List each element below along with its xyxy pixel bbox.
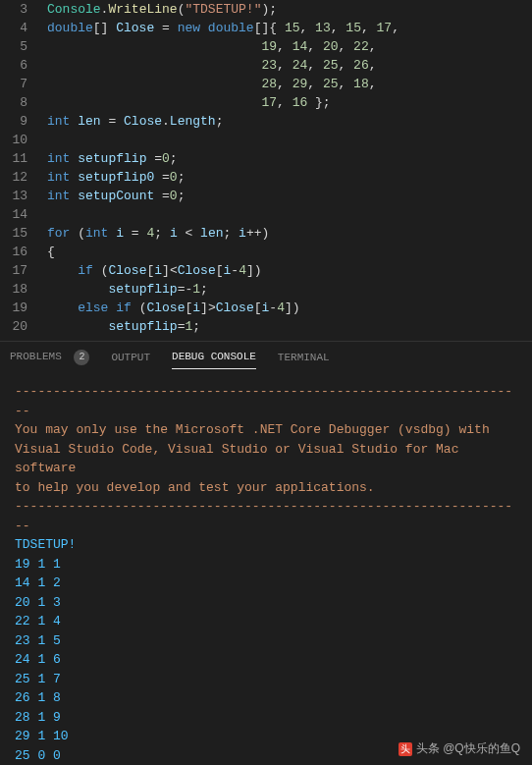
code-line[interactable]	[47, 131, 532, 149]
line-gutter: 34567891011121314151617181920	[0, 0, 39, 341]
tab-problems[interactable]: PROBLEMS 2	[10, 344, 89, 371]
code-line[interactable]	[47, 205, 532, 224]
tab-output[interactable]: OUTPUT	[111, 346, 150, 369]
console-output-line: 25 1 7	[15, 670, 517, 689]
line-number: 15	[0, 224, 27, 243]
code-line[interactable]: {	[47, 243, 532, 261]
line-number: 19	[0, 299, 27, 317]
code-line[interactable]: double[] Close = new double[]{ 15, 13, 1…	[47, 19, 532, 37]
line-number: 10	[0, 131, 27, 149]
line-number: 3	[0, 0, 27, 19]
panel-tabs: PROBLEMS 2 OUTPUT DEBUG CONSOLE TERMINAL	[0, 341, 532, 372]
line-number: 18	[0, 280, 27, 299]
code-line[interactable]: setupflip=1;	[47, 317, 532, 336]
line-number: 17	[0, 261, 27, 280]
console-output-line: 28 1 9	[15, 708, 517, 728]
console-divider: ----------------------------------------…	[15, 497, 517, 535]
line-number: 12	[0, 168, 27, 187]
line-number: 7	[0, 75, 27, 93]
line-number: 16	[0, 243, 27, 261]
tab-debug-console[interactable]: DEBUG CONSOLE	[172, 345, 256, 369]
code-line[interactable]: else if (Close[i]>Close[i-4])	[47, 299, 532, 317]
code-line[interactable]: setupflip=-1;	[47, 280, 532, 299]
line-number: 14	[0, 205, 27, 224]
code-line[interactable]: int setupflip =0;	[47, 149, 532, 168]
line-number: 6	[0, 56, 27, 75]
console-output-line: 23 1 5	[15, 631, 517, 651]
line-number: 4	[0, 19, 27, 37]
console-output-line: TDSETUP!	[15, 535, 517, 555]
code-line[interactable]: 19, 14, 20, 22,	[47, 37, 532, 56]
console-message: to help you develop and test your applic…	[15, 478, 517, 498]
console-output-line: 24 1 6	[15, 650, 517, 670]
code-editor[interactable]: 34567891011121314151617181920 Console.Wr…	[0, 0, 532, 341]
watermark-text: 头条 @Q快乐的鱼Q	[416, 741, 520, 755]
console-output-line: 20 1 3	[15, 593, 517, 613]
line-number: 11	[0, 149, 27, 168]
code-line[interactable]: Console.WriteLine("TDSETUP!");	[47, 0, 532, 19]
code-line[interactable]: for (int i = 4; i < len; i++)	[47, 224, 532, 243]
watermark: 头头条 @Q快乐的鱼Q	[399, 740, 520, 757]
line-number: 8	[0, 93, 27, 112]
tab-problems-label: PROBLEMS	[10, 351, 62, 362]
code-line[interactable]: 28, 29, 25, 18,	[47, 75, 532, 93]
console-message: Visual Studio Code, Visual Studio or Vis…	[15, 440, 517, 478]
console-divider: ----------------------------------------…	[15, 382, 517, 420]
tab-terminal[interactable]: TERMINAL	[278, 346, 330, 369]
console-message: You may only use the Microsoft .NET Core…	[15, 420, 517, 440]
problems-badge: 2	[74, 350, 89, 365]
line-number: 20	[0, 317, 27, 336]
code-line[interactable]: 17, 16 };	[47, 93, 532, 112]
debug-console[interactable]: ----------------------------------------…	[0, 372, 532, 765]
line-number: 13	[0, 187, 27, 205]
console-output-line: 14 1 2	[15, 574, 517, 593]
console-output-line: 22 1 4	[15, 612, 517, 631]
code-area[interactable]: Console.WriteLine("TDSETUP!");double[] C…	[39, 0, 532, 341]
line-number: 9	[0, 112, 27, 131]
line-number: 5	[0, 37, 27, 56]
code-line[interactable]: int setupflip0 =0;	[47, 168, 532, 187]
code-line[interactable]: int setupCount =0;	[47, 187, 532, 205]
toutiao-logo-icon: 头	[399, 742, 412, 756]
console-output-line: 19 1 1	[15, 555, 517, 574]
code-line[interactable]: 23, 24, 25, 26,	[47, 56, 532, 75]
code-line[interactable]: int len = Close.Length;	[47, 112, 532, 131]
console-output-line: 26 1 8	[15, 688, 517, 708]
code-line[interactable]: if (Close[i]<Close[i-4])	[47, 261, 532, 280]
